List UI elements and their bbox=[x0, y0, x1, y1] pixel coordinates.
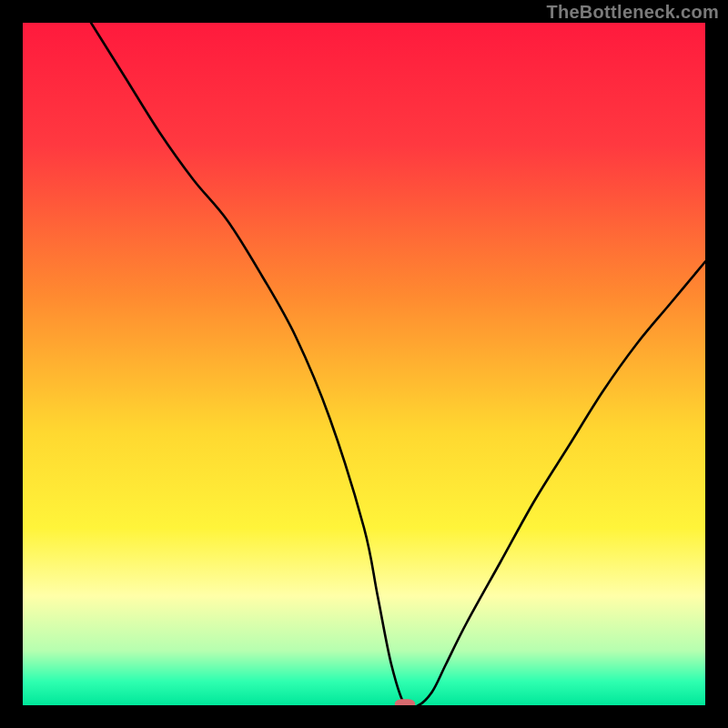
optimal-marker bbox=[395, 699, 416, 705]
chart-frame: TheBottleneck.com bbox=[0, 0, 728, 728]
watermark-text: TheBottleneck.com bbox=[546, 2, 719, 23]
plot-background bbox=[23, 23, 705, 705]
bottleneck-plot bbox=[23, 23, 705, 705]
